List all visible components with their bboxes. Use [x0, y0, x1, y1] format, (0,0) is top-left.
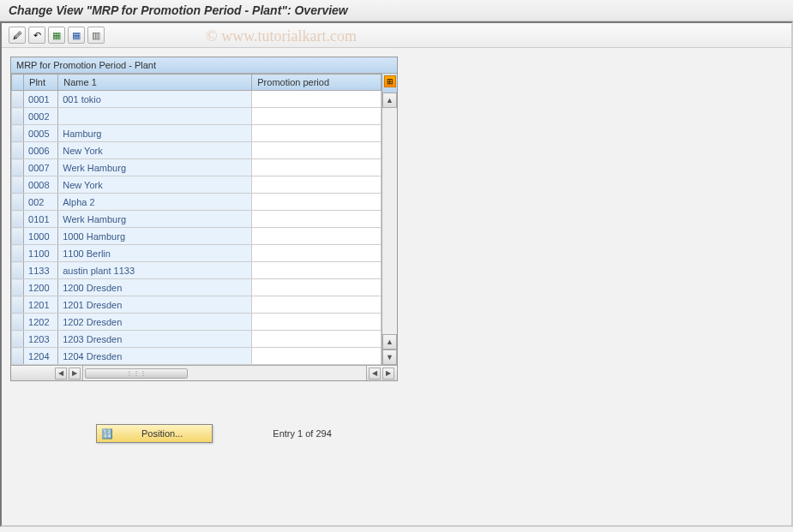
plnt-cell[interactable]: 0008 — [24, 176, 58, 194]
name-cell[interactable]: 1201 Dresden — [58, 296, 252, 314]
plnt-cell[interactable]: 0007 — [24, 159, 58, 176]
scroll-right-button[interactable]: ◀ — [369, 368, 381, 380]
scroll-up-button[interactable]: ▲ — [382, 93, 397, 108]
plnt-cell[interactable]: 002 — [24, 194, 58, 211]
table-row: 002Alpha 2 — [12, 194, 381, 211]
select-block-button[interactable]: ▦ — [68, 27, 85, 44]
promo-cell[interactable] — [252, 108, 381, 125]
name-cell[interactable]: 1203 Dresden — [58, 331, 252, 348]
col-header-name[interactable]: Name 1 — [58, 75, 252, 91]
vertical-scrollbar[interactable]: ▲ ▲ ▼ — [381, 93, 397, 365]
scroll-left-button[interactable]: ▶ — [69, 368, 81, 380]
scroll-down-button[interactable]: ▲ — [382, 334, 397, 350]
toggle-change-button[interactable]: 🖉 — [9, 27, 26, 44]
col-header-plnt[interactable]: Plnt — [24, 75, 58, 91]
table-settings-button[interactable]: ⊞ — [381, 74, 397, 93]
promo-cell[interactable] — [252, 245, 381, 262]
table-row: 12021202 Dresden — [12, 314, 381, 331]
table-row: 10001000 Hamburg — [12, 228, 381, 245]
table-container: MRP for Promotion Period - Plant Plnt Na… — [10, 57, 398, 381]
name-cell[interactable]: 1200 Dresden — [58, 279, 252, 296]
row-selector[interactable] — [12, 331, 24, 348]
row-selector[interactable] — [12, 314, 24, 331]
promo-cell[interactable] — [252, 159, 381, 176]
position-button[interactable]: 🔢 Position... — [96, 424, 213, 443]
row-selector[interactable] — [12, 211, 24, 228]
plnt-cell[interactable]: 1100 — [24, 245, 58, 262]
plnt-cell[interactable]: 1203 — [24, 331, 58, 348]
promo-cell[interactable] — [252, 125, 381, 142]
promo-cell[interactable] — [252, 91, 381, 108]
name-cell[interactable]: austin plant 1133 — [58, 262, 252, 279]
plnt-cell[interactable]: 0006 — [24, 142, 58, 159]
vscroll-track[interactable] — [382, 108, 397, 334]
hscroll-track[interactable]: ⋮⋮⋮ — [83, 366, 366, 380]
name-cell[interactable]: New York — [58, 176, 252, 194]
name-cell[interactable]: 001 tokio — [58, 91, 252, 108]
promo-cell[interactable] — [252, 296, 381, 314]
name-cell[interactable]: Alpha 2 — [58, 194, 252, 211]
row-selector[interactable] — [12, 142, 24, 159]
promo-cell[interactable] — [252, 348, 381, 365]
col-header-select[interactable] — [12, 75, 24, 91]
plnt-cell[interactable]: 1202 — [24, 314, 58, 331]
position-button-label: Position... — [116, 427, 208, 440]
name-cell[interactable] — [58, 108, 252, 125]
col-header-promo[interactable]: Promotion period — [252, 75, 381, 91]
name-cell[interactable]: Werk Hamburg — [58, 211, 252, 228]
promo-cell[interactable] — [252, 176, 381, 194]
row-selector[interactable] — [12, 262, 24, 279]
row-selector[interactable] — [12, 176, 24, 194]
table-row: 0001001 tokio — [12, 91, 381, 108]
promo-cell[interactable] — [252, 331, 381, 348]
name-cell[interactable]: New York — [58, 142, 252, 159]
row-selector[interactable] — [12, 279, 24, 296]
name-cell[interactable]: 1204 Dresden — [58, 348, 252, 365]
name-cell[interactable]: 1202 Dresden — [58, 314, 252, 331]
promo-cell[interactable] — [252, 211, 381, 228]
hscroll-thumb[interactable]: ⋮⋮⋮ — [85, 368, 188, 379]
promo-cell[interactable] — [252, 279, 381, 296]
row-selector[interactable] — [12, 125, 24, 142]
name-cell[interactable]: 1100 Berlin — [58, 245, 252, 262]
name-cell[interactable]: Werk Hamburg — [58, 159, 252, 176]
scroll-last-button[interactable]: ▶ — [382, 368, 394, 380]
scroll-first-button[interactable]: ◀ — [55, 368, 67, 380]
deselect-all-button[interactable]: ▥ — [87, 27, 105, 44]
plnt-cell[interactable]: 1200 — [24, 279, 58, 296]
select-all-button[interactable]: ▦ — [48, 27, 65, 44]
plnt-cell[interactable]: 1133 — [24, 262, 58, 279]
undo-button[interactable]: ↶ — [28, 27, 45, 44]
promo-cell[interactable] — [252, 314, 381, 331]
plnt-cell[interactable]: 1201 — [24, 296, 58, 314]
row-selector[interactable] — [12, 159, 24, 176]
row-selector[interactable] — [12, 194, 24, 211]
name-cell[interactable]: Hamburg — [58, 125, 252, 142]
promo-cell[interactable] — [252, 142, 381, 159]
promo-cell[interactable] — [252, 262, 381, 279]
plnt-cell[interactable]: 0005 — [24, 125, 58, 142]
table-row: 12031203 Dresden — [12, 331, 381, 348]
table-row: 12001200 Dresden — [12, 279, 381, 296]
plnt-cell[interactable]: 1000 — [24, 228, 58, 245]
row-selector[interactable] — [12, 245, 24, 262]
table-row: 11001100 Berlin — [12, 245, 381, 262]
promo-cell[interactable] — [252, 228, 381, 245]
plnt-cell[interactable]: 1204 — [24, 348, 58, 365]
plnt-cell[interactable]: 0001 — [24, 91, 58, 108]
deselect-icon: ▥ — [92, 30, 100, 41]
row-selector[interactable] — [12, 108, 24, 125]
row-selector[interactable] — [12, 228, 24, 245]
name-cell[interactable]: 1000 Hamburg — [58, 228, 252, 245]
scroll-down-button-2[interactable]: ▼ — [382, 350, 397, 365]
promo-cell[interactable] — [252, 194, 381, 211]
plnt-cell[interactable]: 0101 — [24, 211, 58, 228]
plnt-cell[interactable]: 0002 — [24, 108, 58, 125]
table-settings-icon: ⊞ — [384, 75, 396, 87]
row-selector[interactable] — [12, 296, 24, 314]
pencil-icon: 🖉 — [13, 30, 22, 40]
table-row: 0006New York — [12, 142, 381, 159]
row-selector[interactable] — [12, 348, 24, 365]
row-selector[interactable] — [12, 91, 24, 108]
table-title: MRP for Promotion Period - Plant — [11, 57, 397, 74]
